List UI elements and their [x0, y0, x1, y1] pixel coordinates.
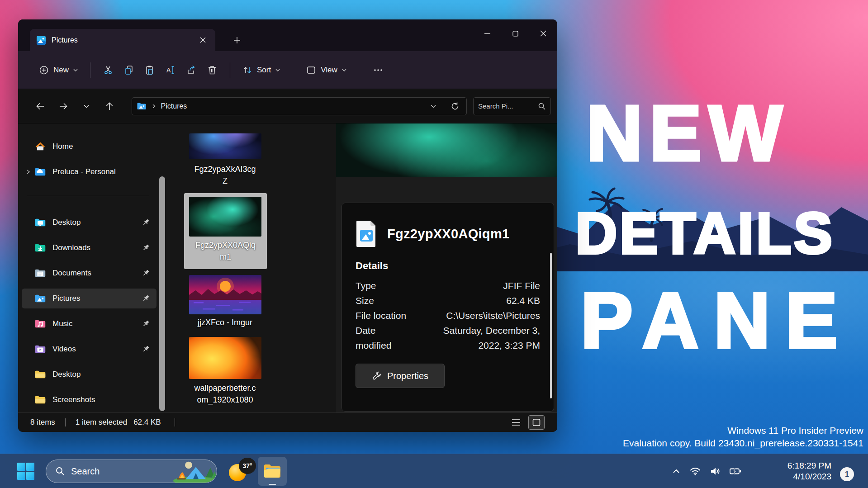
sidebar-item-preluca-personal[interactable]: Preluca - Personal	[22, 162, 157, 182]
watermark-line1: Windows 11 Pro Insider Preview	[623, 424, 863, 437]
explorer-body: Home Preluca - Personal Desktop	[18, 123, 557, 412]
address-bar[interactable]: Pictures	[132, 97, 467, 115]
large-icons-view-toggle[interactable]	[528, 415, 545, 430]
details-row-label: Type	[356, 278, 413, 293]
cut-button[interactable]	[98, 60, 119, 81]
pictures-image-icon	[36, 35, 46, 45]
up-button[interactable]	[103, 99, 116, 113]
file-name: wallpaperbetter.com_1920x1080	[192, 382, 258, 406]
delete-button[interactable]	[202, 60, 223, 81]
view-icon	[306, 65, 317, 76]
wrench-icon	[372, 371, 382, 381]
sort-button-label: Sort	[257, 66, 271, 75]
explorer-tab-pictures[interactable]: Pictures	[30, 29, 215, 51]
tray-network-button[interactable]	[689, 465, 701, 477]
tab-close-button[interactable]	[196, 34, 209, 47]
copy-button[interactable]	[119, 60, 139, 81]
details-view-toggle[interactable]	[510, 417, 522, 428]
view-button[interactable]: View	[301, 61, 351, 79]
search-highlight-image	[173, 460, 217, 483]
details-file-title: Fgz2ypXX0AQiqm1	[387, 227, 509, 242]
windows-evaluation-watermark: Windows 11 Pro Insider Preview Evaluatio…	[623, 424, 863, 450]
taskbar-clock[interactable]: 6:18:29 PM 4/10/2023	[787, 460, 831, 482]
details-row-size: Size 62.4 KB	[356, 293, 540, 308]
details-row-value: C:\Users\itste\Pictures	[446, 308, 540, 323]
new-tab-button[interactable]	[230, 33, 244, 47]
search-icon	[55, 466, 65, 476]
system-tray	[671, 454, 742, 488]
sidebar-item-downloads[interactable]: Downloads	[22, 238, 157, 258]
details-row-label: Size	[356, 293, 413, 308]
sidebar-item-screenshots[interactable]: Screenshots	[22, 390, 157, 410]
details-row-file-location: File location C:\Users\itste\Pictures	[356, 308, 540, 323]
yellow-folder-icon	[34, 394, 46, 406]
more-options-button[interactable]	[368, 60, 389, 81]
image-file-icon	[356, 220, 377, 248]
close-window-button[interactable]	[529, 19, 557, 47]
recent-locations-button[interactable]	[80, 99, 93, 113]
start-button[interactable]	[16, 462, 35, 481]
file-item-selected[interactable]: Fgz2ypXX0AQiqm1	[184, 193, 267, 269]
videos-folder-icon	[34, 343, 46, 355]
share-button[interactable]	[181, 60, 202, 81]
forward-button[interactable]	[57, 99, 70, 113]
taskbar-search-box[interactable]: Search	[46, 460, 217, 483]
search-icon	[538, 102, 546, 110]
back-button[interactable]	[34, 99, 47, 113]
sidebar-separator	[27, 196, 149, 196]
details-scrollbar[interactable]	[550, 253, 552, 398]
pin-icon	[141, 294, 150, 303]
sidebar-scrollbar[interactable]	[159, 176, 165, 411]
sidebar-item-music[interactable]: Music	[22, 314, 157, 334]
rename-icon: A	[165, 65, 176, 76]
rename-button[interactable]: A	[160, 60, 181, 81]
sidebar-item-home[interactable]: Home	[22, 137, 157, 156]
properties-button[interactable]: Properties	[356, 364, 445, 388]
address-dropdown-button[interactable]	[427, 99, 440, 113]
chevron-up-icon	[671, 466, 681, 476]
navigation-pane: Home Preluca - Personal Desktop	[18, 123, 159, 412]
downloads-folder-icon	[34, 242, 46, 254]
sidebar-item-pictures[interactable]: Pictures	[22, 289, 157, 308]
pin-icon	[141, 218, 150, 227]
sidebar-item-desktop-folder[interactable]: Desktop	[22, 365, 157, 384]
sort-button[interactable]: Sort	[237, 61, 285, 79]
sidebar-item-label: Home	[52, 142, 157, 151]
sidebar-item-label: Desktop	[52, 370, 157, 379]
paste-icon	[144, 65, 155, 76]
breadcrumb: Pictures	[137, 101, 427, 111]
toolbar-separator	[90, 62, 90, 78]
breadcrumb-item-pictures[interactable]: Pictures	[161, 102, 187, 110]
file-name: Fgz2ypaXkAI3cgZ	[192, 163, 258, 187]
chevron-down-icon	[430, 103, 437, 110]
refresh-button[interactable]	[448, 99, 462, 113]
status-separator	[65, 418, 66, 426]
sidebar-item-documents[interactable]: Documents	[22, 263, 157, 283]
minimize-button[interactable]	[473, 19, 501, 47]
taskbar-file-explorer-button[interactable]	[258, 457, 287, 486]
maximize-button[interactable]	[501, 19, 529, 47]
pictures-folder-icon	[34, 293, 46, 304]
expand-chevron-icon[interactable]	[22, 169, 34, 175]
tray-battery-button[interactable]	[729, 465, 742, 477]
details-pane: Fgz2ypXX0AQiqm1 Details Type JFIF File S…	[336, 123, 557, 412]
tray-show-hidden-icons-button[interactable]	[671, 466, 681, 476]
paste-button[interactable]	[139, 60, 160, 81]
sidebar-item-videos[interactable]: Videos	[22, 339, 157, 359]
tray-volume-button[interactable]	[709, 465, 721, 477]
details-row-label: File location	[356, 308, 413, 323]
new-button[interactable]: New	[34, 61, 83, 79]
pictures-folder-icon	[137, 101, 147, 111]
titlebar: Pictures	[18, 19, 557, 51]
taskbar-weather-widget[interactable]: 37°	[229, 458, 257, 484]
search-box[interactable]	[473, 97, 551, 115]
file-name: Fgz2ypXX0AQiqm1	[193, 239, 258, 263]
up-arrow-icon	[104, 101, 115, 112]
notification-count-badge[interactable]: 1	[840, 467, 854, 481]
minimize-icon	[484, 31, 490, 37]
search-input[interactable]	[478, 102, 538, 110]
sidebar-item-desktop[interactable]: Desktop	[22, 213, 157, 232]
close-icon	[200, 37, 206, 43]
plus-circle-icon	[38, 65, 49, 76]
details-row-date-modified: Date modified Saturday, December 3, 2022…	[356, 323, 540, 353]
